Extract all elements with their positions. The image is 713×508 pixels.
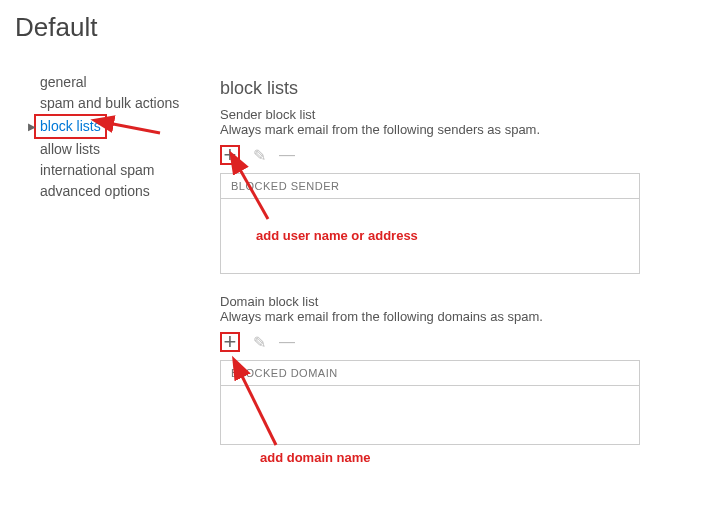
sender-column-header: BLOCKED SENDER [221, 174, 639, 199]
plus-icon: + [224, 335, 237, 349]
sender-list-title: Sender block list [220, 107, 693, 122]
sender-add-button[interactable]: + [220, 145, 240, 165]
content-heading: block lists [220, 78, 693, 99]
page-title: Default [15, 12, 97, 43]
domain-list-title: Domain block list [220, 294, 693, 309]
sender-listbox: BLOCKED SENDER [220, 173, 640, 274]
active-caret-icon: ▶ [28, 116, 36, 137]
sidebar-item-advanced-options[interactable]: advanced options [40, 181, 220, 202]
plus-icon: + [224, 148, 237, 162]
sender-listbox-body[interactable] [221, 199, 639, 273]
pencil-icon: ✎ [253, 333, 266, 352]
sidebar-item-allow-lists[interactable]: allow lists [40, 139, 220, 160]
minus-icon: — [279, 146, 295, 164]
sidebar-item-block-lists[interactable]: block lists [34, 114, 107, 139]
minus-icon: — [279, 333, 295, 351]
domain-column-header: BLOCKED DOMAIN [221, 361, 639, 386]
domain-listbox-body[interactable] [221, 386, 639, 444]
domain-toolbar: + ✎ — [220, 332, 693, 352]
content-pane: block lists Sender block list Always mar… [220, 78, 693, 445]
domain-edit-button[interactable]: ✎ [250, 333, 268, 351]
sidebar-item-general[interactable]: general [40, 72, 220, 93]
sidebar-item-international-spam[interactable]: international spam [40, 160, 220, 181]
sender-remove-button[interactable]: — [278, 146, 296, 164]
sender-edit-button[interactable]: ✎ [250, 146, 268, 164]
sender-toolbar: + ✎ — [220, 145, 693, 165]
sidebar-item-spam-bulk[interactable]: spam and bulk actions [40, 93, 220, 114]
domain-listbox: BLOCKED DOMAIN [220, 360, 640, 445]
domain-add-button[interactable]: + [220, 332, 240, 352]
pencil-icon: ✎ [253, 146, 266, 165]
sender-list-desc: Always mark email from the following sen… [220, 122, 693, 137]
domain-list-desc: Always mark email from the following dom… [220, 309, 693, 324]
sidebar: ▶ general spam and bulk actions block li… [40, 72, 220, 202]
annotation-domain: add domain name [260, 450, 371, 465]
domain-remove-button[interactable]: — [278, 333, 296, 351]
